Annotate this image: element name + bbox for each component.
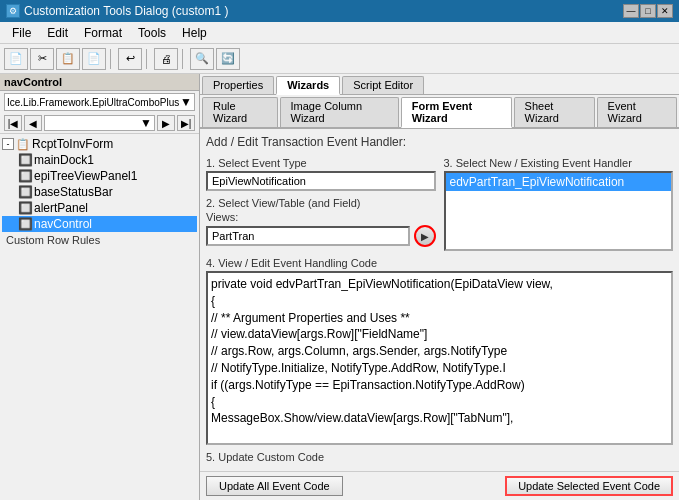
item-icon-2: 🔲 xyxy=(18,169,32,183)
title-bar: ⚙ Customization Tools Dialog (custom1 ) … xyxy=(0,0,679,22)
tab-properties[interactable]: Properties xyxy=(202,76,274,94)
code-line-8: { xyxy=(211,394,668,411)
component-combo[interactable]: Ice.Lib.Framework.EpiUltraComboPlus ▼ xyxy=(4,93,195,111)
cut-button[interactable]: ✂ xyxy=(30,48,54,70)
form-folder-icon: 📋 xyxy=(16,137,30,151)
menu-tools[interactable]: Tools xyxy=(130,24,174,42)
tree-label-rcpttoinvform: RcptToInvForm xyxy=(32,137,113,151)
views-row: ▶ xyxy=(206,225,436,247)
menu-bar: File Edit Format Tools Help xyxy=(0,22,679,44)
bottom-buttons: Update All Event Code Update Selected Ev… xyxy=(200,471,679,500)
nav-dropdown-arrow: ▼ xyxy=(140,116,152,130)
tabs-row1: Properties Wizards Script Editor xyxy=(200,74,679,95)
toolbar-sep1 xyxy=(110,49,114,69)
app-icon: ⚙ xyxy=(6,4,20,18)
right-panel: Properties Wizards Script Editor Rule Wi… xyxy=(200,74,679,500)
left-panel: navControl Ice.Lib.Framework.EpiUltraCom… xyxy=(0,74,200,500)
toolbar-sep3 xyxy=(182,49,186,69)
undo-button[interactable]: ↩ xyxy=(118,48,142,70)
nav-label: navControl xyxy=(0,74,199,91)
event-type-input[interactable] xyxy=(206,171,436,191)
tab-rule-wizard[interactable]: Rule Wizard xyxy=(202,97,278,127)
copy-button[interactable]: 📋 xyxy=(56,48,80,70)
code-section: 4. View / Edit Event Handling Code priva… xyxy=(206,257,673,445)
views-label: Views: xyxy=(206,211,436,223)
refresh-button[interactable]: 🔄 xyxy=(216,48,240,70)
list-item-edvparttran[interactable]: edvPartTran_EpiViewNotification xyxy=(446,173,672,191)
new-button[interactable]: 📄 xyxy=(4,48,28,70)
item-icon-5: 🔲 xyxy=(18,217,32,231)
tree-label-alertpanel: alertPanel xyxy=(34,201,88,215)
nav-dropdown[interactable]: ▼ xyxy=(44,115,155,131)
section5-label: 5. Update Custom Code xyxy=(206,451,673,463)
content-title: Add / Edit Transaction Event Handler: xyxy=(206,135,673,149)
item-icon-1: 🔲 xyxy=(18,153,32,167)
content-area: Add / Edit Transaction Event Handler: 1.… xyxy=(200,129,679,471)
nav-next[interactable]: ▶ xyxy=(157,115,175,131)
col-right: 3. Select New / Existing Event Handler e… xyxy=(444,157,674,251)
menu-edit[interactable]: Edit xyxy=(39,24,76,42)
menu-file[interactable]: File xyxy=(4,24,39,42)
close-button[interactable]: ✕ xyxy=(657,4,673,18)
tree-expand-icon[interactable]: - xyxy=(2,138,14,150)
main-layout: navControl Ice.Lib.Framework.EpiUltraCom… xyxy=(0,74,679,500)
code-line-6: // NotifyType.Initialize, NotifyType.Add… xyxy=(211,360,668,377)
toolbar-sep2 xyxy=(146,49,150,69)
tree-label-navcontrol: navControl xyxy=(34,217,92,231)
tree-item-alertpanel[interactable]: 🔲 alertPanel xyxy=(2,200,197,216)
code-line-9: MessageBox.Show/view.dataView[args.Row][… xyxy=(211,410,668,427)
tab-event-wizard[interactable]: Event Wizard xyxy=(597,97,677,127)
title-bar-text: Customization Tools Dialog (custom1 ) xyxy=(24,4,229,18)
play-button[interactable]: ▶ xyxy=(414,225,436,247)
menu-format[interactable]: Format xyxy=(76,24,130,42)
search-button[interactable]: 🔍 xyxy=(190,48,214,70)
paste-button[interactable]: 📄 xyxy=(82,48,106,70)
code-editor[interactable]: private void edvPartTran_EpiViewNotifica… xyxy=(206,271,673,445)
event-handler-list[interactable]: edvPartTran_EpiViewNotification xyxy=(444,171,674,251)
item-icon-3: 🔲 xyxy=(18,185,32,199)
tabs-row2: Rule Wizard Image Column Wizard Form Eve… xyxy=(200,95,679,129)
component-tree: - 📋 RcptToInvForm 🔲 mainDock1 🔲 epiTreeV… xyxy=(0,134,199,500)
nav-first[interactable]: |◀ xyxy=(4,115,22,131)
nav-last[interactable]: ▶| xyxy=(177,115,195,131)
tree-item-rcpttoinvform[interactable]: - 📋 RcptToInvForm xyxy=(2,136,197,152)
tree-item-epitreeviewpanel1[interactable]: 🔲 epiTreeViewPanel1 xyxy=(2,168,197,184)
code-line-2: { xyxy=(211,293,668,310)
title-bar-controls: — □ ✕ xyxy=(623,4,673,18)
tree-label-basestatusbar: baseStatusBar xyxy=(34,185,113,199)
update-all-button[interactable]: Update All Event Code xyxy=(206,476,343,496)
code-line-1: private void edvPartTran_EpiViewNotifica… xyxy=(211,276,668,293)
tab-wizards[interactable]: Wizards xyxy=(276,76,340,95)
update-selected-button[interactable]: Update Selected Event Code xyxy=(505,476,673,496)
tree-item-navcontrol[interactable]: 🔲 navControl xyxy=(2,216,197,232)
tree-item-maindock1[interactable]: 🔲 mainDock1 xyxy=(2,152,197,168)
tree-item-basestatusbar[interactable]: 🔲 baseStatusBar xyxy=(2,184,197,200)
view-input[interactable] xyxy=(206,226,410,246)
toolbar: 📄 ✂ 📋 📄 ↩ 🖨 🔍 🔄 xyxy=(0,44,679,74)
tab-image-column-wizard[interactable]: Image Column Wizard xyxy=(280,97,399,127)
code-section-label: 4. View / Edit Event Handling Code xyxy=(206,257,673,269)
code-line-3: // ** Argument Properties and Uses ** xyxy=(211,310,668,327)
nav-prev[interactable]: ◀ xyxy=(24,115,42,131)
col-left: 1. Select Event Type 2. Select View/Tabl… xyxy=(206,157,436,251)
section3-label: 3. Select New / Existing Event Handler xyxy=(444,157,674,169)
tree-label-maindock1: mainDock1 xyxy=(34,153,94,167)
custom-row-rules-label: Custom Row Rules xyxy=(2,232,197,248)
tab-script-editor[interactable]: Script Editor xyxy=(342,76,424,94)
tab-sheet-wizard[interactable]: Sheet Wizard xyxy=(514,97,595,127)
section2-label: 2. Select View/Table (and Field) xyxy=(206,197,436,209)
print-button[interactable]: 🖨 xyxy=(154,48,178,70)
nav-controls: |◀ ◀ ▼ ▶ ▶| xyxy=(0,113,199,134)
section1-label: 1. Select Event Type xyxy=(206,157,436,169)
combo-value: Ice.Lib.Framework.EpiUltraComboPlus xyxy=(7,97,180,108)
maximize-button[interactable]: □ xyxy=(640,4,656,18)
code-line-4: // view.dataView[args.Row]["FieldName"] xyxy=(211,326,668,343)
tab-form-event-wizard[interactable]: Form Event Wizard xyxy=(401,97,512,128)
menu-help[interactable]: Help xyxy=(174,24,215,42)
code-line-5: // args.Row, args.Column, args.Sender, a… xyxy=(211,343,668,360)
minimize-button[interactable]: — xyxy=(623,4,639,18)
tree-label-epitreeviewpanel1: epiTreeViewPanel1 xyxy=(34,169,137,183)
two-col-layout: 1. Select Event Type 2. Select View/Tabl… xyxy=(206,157,673,251)
item-icon-4: 🔲 xyxy=(18,201,32,215)
combo-arrow: ▼ xyxy=(180,95,192,109)
